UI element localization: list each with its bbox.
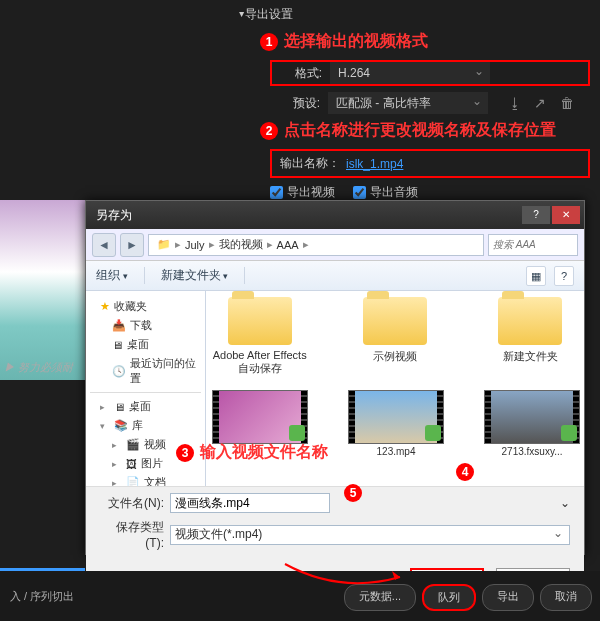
output-name-row: 输出名称： islk_1.mp4 bbox=[270, 149, 590, 178]
video-thumb[interactable]: 2713.fxsuxy... bbox=[484, 390, 580, 457]
preset-row: 预设: 匹配源 - 高比特率 ⭳ ↗ 🗑 bbox=[270, 92, 590, 114]
video-thumb[interactable]: 123.mp4 bbox=[348, 390, 444, 457]
annotation-1: 1选择输出的视频格式 bbox=[260, 31, 590, 52]
annotation-3: 3输入视频文件名称 bbox=[176, 442, 328, 463]
annotation-4: 4 bbox=[456, 462, 480, 481]
organize-button[interactable]: 组织 bbox=[96, 267, 145, 284]
folder-item[interactable]: 新建文件夹 bbox=[483, 297, 578, 376]
toolbar: 组织 新建文件夹 ▦ ? bbox=[86, 261, 584, 291]
close-button[interactable]: ✕ bbox=[552, 206, 580, 224]
export-button[interactable]: 导出 bbox=[482, 584, 534, 611]
inout-label: 入 / 序列切出 bbox=[10, 589, 74, 604]
tree-favorites[interactable]: ★收藏夹 bbox=[90, 297, 201, 316]
back-button[interactable]: ◄ bbox=[92, 233, 116, 257]
filename-input[interactable] bbox=[170, 493, 330, 513]
search-input[interactable] bbox=[488, 234, 578, 256]
tree-downloads[interactable]: 📥下载 bbox=[90, 316, 201, 335]
export-audio-checkbox[interactable]: 导出音频 bbox=[353, 184, 418, 201]
format-select[interactable]: H.264 bbox=[330, 62, 490, 84]
output-name-link[interactable]: islk_1.mp4 bbox=[346, 157, 403, 171]
filename-label: 文件名(N): bbox=[100, 495, 164, 512]
help-icon[interactable]: ? bbox=[554, 266, 574, 286]
filetype-label: 保存类型(T): bbox=[100, 519, 164, 550]
delete-preset-icon[interactable]: 🗑 bbox=[560, 95, 576, 111]
tree-documents[interactable]: ▸📄文档 bbox=[90, 473, 201, 486]
save-as-dialog: 另存为 ? ✕ ◄ ► 📁▸ July▸ 我的视频▸ AAA▸ 组织 新建文件夹… bbox=[85, 200, 585, 555]
folder-item[interactable]: Adobe After Effects 自动保存 bbox=[212, 297, 307, 376]
watermark-text: ▶ 努力必须耐 bbox=[4, 360, 73, 375]
tree-desktop2[interactable]: ▸🖥桌面 bbox=[90, 397, 201, 416]
new-folder-button[interactable]: 新建文件夹 bbox=[161, 267, 246, 284]
breadcrumb[interactable]: 📁▸ July▸ 我的视频▸ AAA▸ bbox=[148, 234, 484, 256]
filename-dropdown-icon[interactable]: ⌄ bbox=[560, 496, 570, 510]
export-video-checkbox[interactable]: 导出视频 bbox=[270, 184, 335, 201]
tree-libraries[interactable]: ▾📚库 bbox=[90, 416, 201, 435]
import-preset-icon[interactable]: ↗ bbox=[534, 95, 550, 111]
dialog-titlebar[interactable]: 另存为 ? ✕ bbox=[86, 201, 584, 229]
nav-bar: ◄ ► 📁▸ July▸ 我的视频▸ AAA▸ bbox=[86, 229, 584, 261]
export-settings-header[interactable]: 导出设置 bbox=[240, 6, 590, 23]
help-button[interactable]: ? bbox=[522, 206, 550, 224]
cancel-export-button[interactable]: 取消 bbox=[540, 584, 592, 611]
annotation-2: 2点击名称进行更改视频名称及保存位置 bbox=[260, 120, 590, 141]
filetype-select[interactable]: 视频文件(*.mp4) bbox=[170, 525, 570, 545]
preview-thumbnail bbox=[0, 200, 90, 380]
tree-recent[interactable]: 🕓最近访问的位置 bbox=[90, 354, 201, 388]
view-mode-icon[interactable]: ▦ bbox=[526, 266, 546, 286]
forward-button[interactable]: ► bbox=[120, 233, 144, 257]
format-label: 格式: bbox=[272, 65, 322, 82]
annotation-5: 5 bbox=[344, 483, 368, 502]
annotation-arrow bbox=[280, 559, 410, 599]
preset-select[interactable]: 匹配源 - 高比特率 bbox=[328, 92, 488, 114]
preset-label: 预设: bbox=[270, 95, 320, 112]
download-preset-icon[interactable]: ⭳ bbox=[508, 95, 524, 111]
folder-item[interactable]: 示例视频 bbox=[347, 297, 442, 376]
format-row: 格式: H.264 bbox=[270, 60, 590, 86]
tree-desktop[interactable]: 🖥桌面 bbox=[90, 335, 201, 354]
queue-button[interactable]: 队列 bbox=[422, 584, 476, 611]
output-name-label: 输出名称： bbox=[280, 155, 340, 172]
dialog-title: 另存为 bbox=[96, 207, 132, 224]
